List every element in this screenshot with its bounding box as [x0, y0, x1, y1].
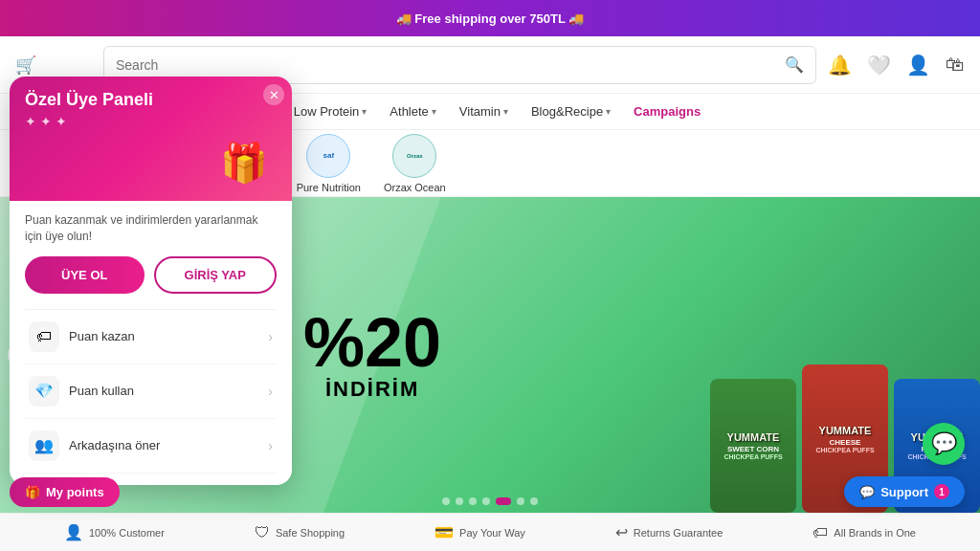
popup-close-button[interactable]: ✕	[263, 84, 284, 105]
customer-icon: 👤	[64, 523, 83, 541]
popup-menu-puan-kullan[interactable]: 💎 Puan kullan ›	[25, 364, 277, 419]
nav-item-vitamin[interactable]: Vitamin ▾	[450, 94, 518, 129]
popup-menu-arkadasina-oner[interactable]: 👥 Arkadaşına öner ›	[25, 419, 277, 474]
dot-2[interactable]	[456, 497, 463, 505]
chevron-right-icon: ›	[268, 329, 273, 344]
trust-bar: 👤 100% Customer 🛡 Safe Shopping 💳 Pay Yo…	[0, 513, 980, 551]
support-label: Support	[880, 485, 928, 499]
chevron-down-icon: ▾	[606, 106, 611, 117]
header-icons: 🔔 🤍 👤 🛍	[828, 54, 965, 77]
logo[interactable]: 🛒	[15, 55, 92, 76]
search-input[interactable]	[116, 57, 777, 73]
popup-body: Puan kazanmak ve indirimlerden yararlanm…	[10, 201, 292, 485]
trust-safe-shopping: 🛡 Safe Shopping	[255, 524, 345, 541]
register-button[interactable]: ÜYE OL	[25, 256, 145, 294]
trust-payment: 💳 Pay Your Way	[434, 523, 525, 541]
dot-5[interactable]	[496, 497, 511, 505]
popup-buttons: ÜYE OL GİRİŞ YAP	[25, 256, 277, 294]
trust-brands: 🏷 All Brands in One	[813, 524, 916, 541]
popup-menu-puan-kazan[interactable]: 🏷 Puan kazan ›	[25, 310, 277, 364]
support-badge: 1	[934, 484, 949, 499]
whatsapp-icon: 💬	[931, 431, 957, 456]
chevron-down-icon: ▾	[432, 106, 436, 117]
puan-kullan-label: Puan kullan	[69, 384, 268, 398]
nav-item-athlete[interactable]: Athlete ▾	[380, 94, 445, 129]
popup-description: Puan kazanmak ve indirimlerden yararlanm…	[25, 212, 277, 245]
nav-item-low-protein[interactable]: Low Protein ▾	[284, 94, 377, 129]
notifications-icon[interactable]: 🔔	[828, 54, 852, 77]
top-announcement-bar: 🚚 Free shipping over 750TL 🚚	[0, 0, 980, 36]
puan-kazan-label: Puan kazan	[69, 329, 268, 343]
banner-dots	[442, 497, 538, 505]
my-points-label: My points	[46, 485, 104, 499]
support-button[interactable]: 💬 Support 1	[844, 476, 965, 507]
refer-friend-icon: 👥	[29, 430, 59, 461]
announcement-text: 🚚 Free shipping over 750TL 🚚	[396, 11, 584, 26]
brands-icon: 🏷	[813, 524, 828, 541]
popup-header: ✕ Özel Üye Paneli ✦✦✦ 🎁	[10, 77, 292, 201]
discount-percent: %20	[303, 308, 441, 377]
search-icon[interactable]: 🔍	[785, 55, 804, 74]
dot-7[interactable]	[530, 497, 538, 505]
returns-icon: ↩	[615, 523, 628, 541]
arkadasina-oner-label: Arkadaşına öner	[69, 438, 268, 452]
discount-display: %20 İNDİRİM	[303, 308, 441, 402]
nav-item-campaigns[interactable]: Campaigns	[624, 94, 710, 129]
dot-1[interactable]	[442, 497, 450, 505]
my-points-button[interactable]: 🎁 My points	[10, 477, 120, 507]
trust-customer: 👤 100% Customer	[64, 523, 165, 541]
popup-menu: 🏷 Puan kazan › 💎 Puan kullan › 👥 Arkadaş…	[25, 309, 277, 474]
support-icon: 💬	[859, 485, 875, 499]
popup-title: Özel Üye Paneli	[25, 90, 277, 110]
dot-3[interactable]	[469, 497, 477, 505]
chevron-right-icon: ›	[268, 438, 273, 453]
cart-icon[interactable]: 🛍	[946, 54, 965, 76]
trust-returns: ↩ Returns Guarantee	[615, 523, 724, 541]
product-sweet-corn: YUMMATE SWEET CORN CHICKPEA PUFFS	[710, 379, 796, 513]
whatsapp-button[interactable]: 💬	[923, 423, 965, 465]
nav-item-blog-recipe[interactable]: Blog&Recipe ▾	[522, 94, 620, 129]
dot-6[interactable]	[517, 497, 524, 505]
brand-orzax-ocean[interactable]: Orzax Orzax Ocean	[384, 134, 446, 193]
member-popup: ✕ Özel Üye Paneli ✦✦✦ 🎁 Puan kazanmak ve…	[10, 77, 292, 485]
payment-icon: 💳	[434, 523, 454, 541]
dot-4[interactable]	[482, 497, 490, 505]
my-points-icon: 🎁	[25, 485, 40, 499]
login-button[interactable]: GİRİŞ YAP	[154, 256, 278, 294]
product-images: YUMMATE SWEET CORN CHICKPEA PUFFS YUMMAT…	[710, 197, 980, 513]
wishlist-icon[interactable]: 🤍	[867, 54, 891, 77]
brand-pure-nutrition[interactable]: saf Pure Nutrition	[297, 134, 361, 193]
popup-gift-icon: 🎁	[206, 124, 282, 201]
chevron-right-icon: ›	[268, 384, 273, 399]
chevron-down-icon: ▾	[362, 106, 367, 117]
use-points-icon: 💎	[29, 376, 59, 407]
earn-points-icon: 🏷	[29, 321, 59, 352]
shield-icon: 🛡	[255, 524, 270, 541]
account-icon[interactable]: 👤	[906, 54, 930, 77]
chevron-down-icon: ▾	[503, 106, 508, 117]
